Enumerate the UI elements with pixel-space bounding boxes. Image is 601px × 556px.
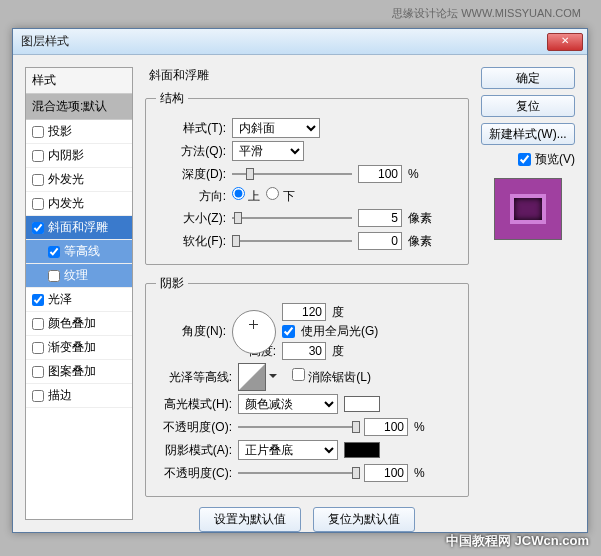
shadow-opacity-label: 不透明度(C): [156, 465, 232, 482]
sidebar-item-5[interactable]: 等高线 [26, 240, 132, 264]
sidebar-header-blend[interactable]: 混合选项:默认 [26, 94, 132, 120]
sidebar-checkbox-6[interactable] [48, 270, 60, 282]
altitude-unit: 度 [332, 343, 344, 360]
size-label: 大小(Z): [156, 210, 226, 227]
direction-up[interactable]: 上 [232, 187, 260, 205]
sidebar-checkbox-0[interactable] [32, 126, 44, 138]
watermark-top: 思缘设计论坛 WWW.MISSYUAN.COM [392, 6, 581, 21]
sidebar-label-11: 描边 [48, 387, 72, 404]
structure-group: 结构 样式(T): 内斜面 方法(Q): 平滑 深度(D): % 方向: [145, 90, 469, 265]
soften-input[interactable] [358, 232, 402, 250]
shadow-opacity-unit: % [414, 466, 425, 480]
sidebar-checkbox-8[interactable] [32, 318, 44, 330]
style-label: 样式(T): [156, 120, 226, 137]
size-unit: 像素 [408, 210, 432, 227]
chevron-down-icon[interactable] [269, 374, 277, 382]
new-style-button[interactable]: 新建样式(W)... [481, 123, 575, 145]
sidebar-checkbox-5[interactable] [48, 246, 60, 258]
antialias-checkbox[interactable]: 消除锯齿(L) [292, 368, 371, 386]
sidebar-item-0[interactable]: 投影 [26, 120, 132, 144]
preview-swatch [494, 178, 562, 240]
direction-label: 方向: [156, 188, 226, 205]
altitude-input[interactable] [282, 342, 326, 360]
make-default-button[interactable]: 设置为默认值 [199, 507, 301, 532]
preview-checkbox[interactable]: 预览(V) [481, 151, 575, 168]
sidebar-label-5: 等高线 [64, 243, 100, 260]
sidebar-checkbox-4[interactable] [32, 222, 44, 234]
sidebar-item-2[interactable]: 外发光 [26, 168, 132, 192]
style-select[interactable]: 内斜面 [232, 118, 320, 138]
layer-style-dialog: 图层样式 ✕ 样式 混合选项:默认 投影内阴影外发光内发光斜面和浮雕等高线纹理光… [12, 28, 588, 533]
ok-button[interactable]: 确定 [481, 67, 575, 89]
sidebar-item-6[interactable]: 纹理 [26, 264, 132, 288]
styles-sidebar: 样式 混合选项:默认 投影内阴影外发光内发光斜面和浮雕等高线纹理光泽颜色叠加渐变… [25, 67, 133, 520]
sidebar-item-3[interactable]: 内发光 [26, 192, 132, 216]
shadow-opacity-slider[interactable] [238, 463, 358, 483]
technique-select[interactable]: 平滑 [232, 141, 304, 161]
sidebar-label-6: 纹理 [64, 267, 88, 284]
shading-group: 阴影 角度(N): 度 使用全局光(G) 高度: 度 [145, 275, 469, 497]
depth-input[interactable] [358, 165, 402, 183]
sidebar-item-8[interactable]: 颜色叠加 [26, 312, 132, 336]
sidebar-label-9: 渐变叠加 [48, 339, 96, 356]
angle-unit: 度 [332, 304, 344, 321]
shadow-mode-label: 阴影模式(A): [156, 442, 232, 459]
highlight-opacity-unit: % [414, 420, 425, 434]
sidebar-label-2: 外发光 [48, 171, 84, 188]
shadow-color-swatch[interactable] [344, 442, 380, 458]
right-panel: 确定 复位 新建样式(W)... 预览(V) [481, 67, 575, 520]
depth-label: 深度(D): [156, 166, 226, 183]
soften-label: 软化(F): [156, 233, 226, 250]
sidebar-checkbox-2[interactable] [32, 174, 44, 186]
sidebar-checkbox-10[interactable] [32, 366, 44, 378]
contour-picker[interactable] [238, 363, 266, 391]
sidebar-label-3: 内发光 [48, 195, 84, 212]
size-slider[interactable] [232, 208, 352, 228]
sidebar-item-1[interactable]: 内阴影 [26, 144, 132, 168]
center-panel: 斜面和浮雕 结构 样式(T): 内斜面 方法(Q): 平滑 深度(D): % [145, 67, 469, 520]
watermark-bottom: 中国教程网 JCWcn.com [446, 532, 589, 550]
highlight-color-swatch[interactable] [344, 396, 380, 412]
sidebar-item-9[interactable]: 渐变叠加 [26, 336, 132, 360]
sidebar-checkbox-3[interactable] [32, 198, 44, 210]
sidebar-item-7[interactable]: 光泽 [26, 288, 132, 312]
sidebar-item-11[interactable]: 描边 [26, 384, 132, 408]
sidebar-label-4: 斜面和浮雕 [48, 219, 108, 236]
sidebar-item-10[interactable]: 图案叠加 [26, 360, 132, 384]
titlebar: 图层样式 ✕ [13, 29, 587, 55]
sidebar-checkbox-1[interactable] [32, 150, 44, 162]
highlight-mode-select[interactable]: 颜色减淡 [238, 394, 338, 414]
soften-slider[interactable] [232, 231, 352, 251]
dialog-title: 图层样式 [21, 33, 547, 50]
panel-title: 斜面和浮雕 [145, 67, 469, 90]
sidebar-checkbox-9[interactable] [32, 342, 44, 354]
highlight-opacity-slider[interactable] [238, 417, 358, 437]
sidebar-checkbox-7[interactable] [32, 294, 44, 306]
contour-label: 光泽等高线: [156, 369, 232, 386]
angle-dial[interactable] [232, 310, 276, 354]
sidebar-checkbox-11[interactable] [32, 390, 44, 402]
sidebar-label-1: 内阴影 [48, 147, 84, 164]
close-button[interactable]: ✕ [547, 33, 583, 51]
size-input[interactable] [358, 209, 402, 227]
sidebar-label-8: 颜色叠加 [48, 315, 96, 332]
cancel-button[interactable]: 复位 [481, 95, 575, 117]
structure-legend: 结构 [156, 90, 188, 107]
sidebar-label-10: 图案叠加 [48, 363, 96, 380]
sidebar-label-7: 光泽 [48, 291, 72, 308]
reset-default-button[interactable]: 复位为默认值 [313, 507, 415, 532]
soften-unit: 像素 [408, 233, 432, 250]
angle-label: 角度(N): [156, 323, 226, 340]
global-light-checkbox[interactable]: 使用全局光(G) [282, 323, 378, 340]
sidebar-label-0: 投影 [48, 123, 72, 140]
sidebar-item-4[interactable]: 斜面和浮雕 [26, 216, 132, 240]
shadow-opacity-input[interactable] [364, 464, 408, 482]
shadow-mode-select[interactable]: 正片叠底 [238, 440, 338, 460]
direction-down[interactable]: 下 [266, 187, 294, 205]
depth-slider[interactable] [232, 164, 352, 184]
angle-input[interactable] [282, 303, 326, 321]
highlight-mode-label: 高光模式(H): [156, 396, 232, 413]
highlight-opacity-input[interactable] [364, 418, 408, 436]
sidebar-header-styles[interactable]: 样式 [26, 68, 132, 94]
technique-label: 方法(Q): [156, 143, 226, 160]
